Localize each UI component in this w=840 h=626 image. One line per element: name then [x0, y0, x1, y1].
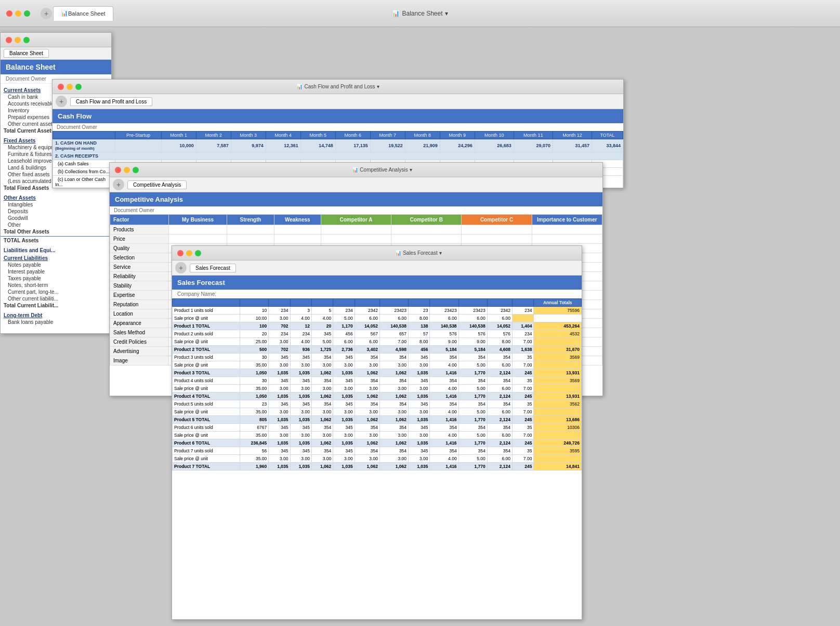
cf-col-m10: Month 10 [475, 132, 514, 139]
sf-col-6 [355, 299, 379, 307]
ca-col-weakness: Weakness [274, 215, 321, 225]
intangibles-row: Intangibles [1, 201, 111, 208]
ca-col-importance: Importance to Customer [532, 215, 602, 225]
cf-col-m9: Month 9 [440, 132, 475, 139]
sf-col-10 [458, 299, 487, 307]
maximize-button[interactable] [24, 10, 30, 17]
ca-window-title: 📊 Competitive Analysis ▾ [352, 167, 412, 173]
sf-add-tab[interactable]: + [175, 262, 187, 273]
current-liabilities-header: Current Liabilities [1, 254, 111, 262]
sf-product-1-total-row: Product 1 TOTAL10070212201,17014,052140,… [173, 322, 582, 330]
ca-col-mybiz: My Business [168, 215, 227, 225]
cf-maximize[interactable] [75, 84, 82, 90]
main-tab-bar: + 📊 Balance Sheet [41, 6, 113, 21]
cf-col-factor [53, 132, 115, 139]
ca-factor-label: Reliability [110, 272, 169, 281]
sf-minimize[interactable] [186, 250, 192, 256]
balance-sheet-tab[interactable]: 📊 Balance Sheet [53, 6, 113, 21]
ca-factor-label: Location [110, 309, 169, 319]
ca-factor-label: Service [110, 263, 169, 272]
liabilities-header: Liabilities and Equi... [1, 246, 111, 254]
add-tab-button[interactable]: + [41, 8, 52, 19]
sf-maximize[interactable] [195, 250, 201, 256]
sf-product-2-price-row: Sale price @ unit25.003.004.005.006.006.… [173, 338, 582, 346]
cf-col-m6: Month 6 [335, 132, 370, 139]
ca-tab-main[interactable]: Competitive Analysis [127, 180, 187, 189]
ca-factor-label: Stability [110, 281, 169, 291]
cf-col-m4: Month 4 [266, 132, 300, 139]
sf-company: Company Name: [172, 290, 582, 298]
cf-col-m8: Month 8 [405, 132, 440, 139]
bs-minimize[interactable] [15, 37, 21, 43]
close-button[interactable] [6, 10, 12, 17]
sf-product-3-price-row: Sale price @ unit35.003.003.003.003.003.… [173, 361, 582, 369]
sf-traffic-lights[interactable] [177, 250, 201, 256]
ca-factor-label: Image [110, 356, 169, 366]
sf-window-title: 📊 Sales Forecast ▾ [395, 250, 442, 256]
cf-title-bar: 📊 Cash Flow and Profit and Loss ▾ [52, 80, 623, 94]
sf-product-5-total-row: Product 5 TOTAL8051,0351,0351,0621,0351,… [173, 416, 582, 424]
sf-product-6-price-row: Sale price @ unit35.003.003.003.003.003.… [173, 432, 582, 439]
ca-col-factor: Factor [110, 215, 169, 225]
window-title: 📊 Balance Sheet ▾ [392, 10, 448, 17]
dropdown-icon: ▾ [445, 10, 448, 17]
ca-factor-label: Price [110, 234, 169, 244]
ca-minimize[interactable] [124, 167, 130, 173]
interest-payable-row: Interest payable [1, 268, 111, 275]
sf-col-1 [240, 299, 269, 307]
sf-col-2 [269, 299, 290, 307]
ca-maximize[interactable] [133, 167, 139, 173]
ca-doc-owner: Document Owner [110, 206, 602, 214]
cf-label-cash-hand: 1. CASH ON HAND(Beginning of month) [53, 139, 115, 152]
deposits-row: Deposits [1, 208, 111, 215]
sf-header: Sales Forecast [172, 276, 582, 290]
sales-forecast-window: 📊 Sales Forecast ▾ + Sales Forecast Sale… [172, 245, 582, 620]
ca-factor-label: Credit Policies [110, 337, 169, 347]
minimize-button[interactable] [15, 10, 21, 17]
sf-product-3-units-row: Product 3 units sold30345345354345354354… [173, 354, 582, 361]
sf-product-5-price-row: Sale price @ unit35.003.003.003.003.003.… [173, 408, 582, 416]
cf-traffic-lights[interactable] [58, 84, 82, 90]
ca-header-row: Factor My Business Strength Weakness Com… [110, 215, 602, 225]
cf-window-title: 📊 Cash Flow and Profit and Loss ▾ [296, 84, 379, 89]
sf-product-6-units-row: Product 6 units sold67673453453543453543… [173, 424, 582, 432]
cf-minimize[interactable] [67, 84, 73, 90]
cf-add-tab[interactable]: + [56, 96, 67, 107]
sf-tab-main[interactable]: Sales Forecast [190, 264, 236, 272]
cf-row-cash-receipts: 2. CASH RECEIPTS [53, 152, 623, 160]
ca-tab-bar: + Competitive Analysis [110, 177, 602, 192]
notes-short-row: Notes, short-term [1, 282, 111, 289]
ca-traffic-lights[interactable] [115, 167, 139, 173]
sf-product-7-units-row: Product 7 units sold56345345354345354354… [173, 447, 582, 455]
bs-close[interactable] [6, 37, 12, 43]
cf-col-m1: Month 1 [161, 132, 196, 139]
cf-tab-main[interactable]: Cash Flow and Profit and Loss [70, 97, 152, 106]
bs-traffic-lights[interactable] [6, 37, 30, 43]
bs-tab-main[interactable]: Balance Sheet [4, 49, 49, 58]
cf-col-total: TOTAL [592, 132, 623, 139]
cf-close[interactable] [58, 84, 64, 90]
cf-row-cash-on-hand: 1. CASH ON HAND(Beginning of month) 10,0… [53, 139, 623, 152]
ca-header: Competitive Analysis [110, 192, 602, 206]
sf-col-annual: Annual Totals [534, 299, 582, 307]
sf-product-4-total-row: Product 4 TOTAL1,0501,0351,0351,0621,035… [173, 393, 582, 400]
ca-col-compc: Competitor C [462, 215, 532, 225]
cf-doc-owner: Document Owner [52, 123, 623, 131]
sf-col-5 [333, 299, 355, 307]
ca-close[interactable] [115, 167, 121, 173]
sf-col-8 [409, 299, 430, 307]
ca-factor-label: Advertising [110, 347, 169, 356]
ca-row-products: Products [110, 225, 602, 234]
sf-table: Annual Totals Product 1 units sold102343… [172, 298, 582, 471]
sf-close[interactable] [177, 250, 183, 256]
sf-table-container[interactable]: Annual Totals Product 1 units sold102343… [172, 298, 582, 620]
window-traffic-lights[interactable] [6, 10, 30, 17]
sf-col-9 [430, 299, 458, 307]
sf-product-2-total-row: Product 2 TOTAL5007029361,7252,7363,4024… [173, 346, 582, 354]
sf-col-12 [513, 299, 534, 307]
bs-maximize[interactable] [23, 37, 30, 43]
bank-loans-row: Bank loans payable [1, 319, 111, 325]
sf-title-bar: 📊 Sales Forecast ▾ [172, 246, 582, 260]
balance-sheet-title-bar [1, 33, 111, 47]
ca-add-tab[interactable]: + [113, 179, 124, 190]
